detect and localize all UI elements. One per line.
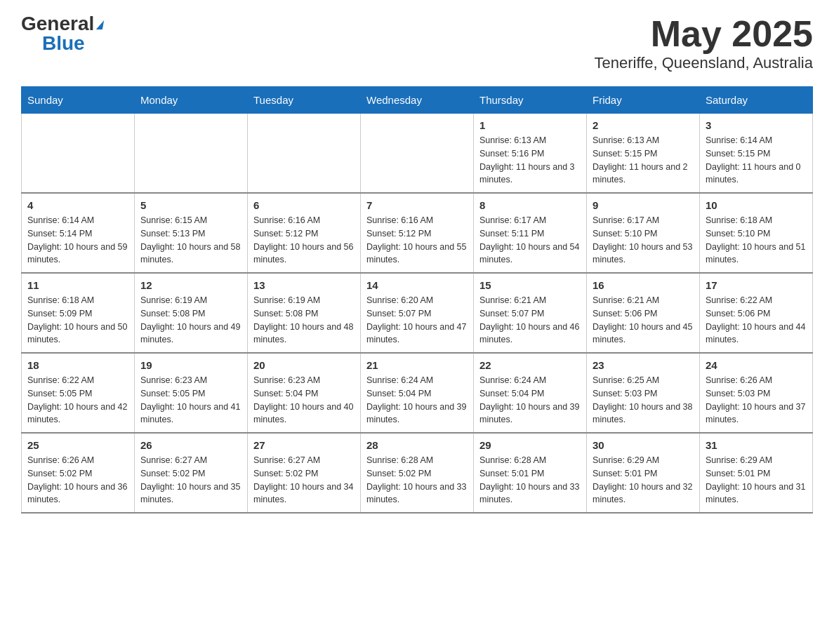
day-number: 13: [253, 279, 355, 291]
day-number: 24: [706, 359, 807, 371]
day-number: 25: [27, 439, 128, 451]
calendar-cell: 14Sunrise: 6:20 AMSunset: 5:07 PMDayligh…: [361, 273, 474, 353]
calendar-week-5: 25Sunrise: 6:26 AMSunset: 5:02 PMDayligh…: [22, 433, 813, 513]
calendar-header-row: SundayMondayTuesdayWednesdayThursdayFrid…: [22, 87, 813, 114]
calendar-cell: 29Sunrise: 6:28 AMSunset: 5:01 PMDayligh…: [474, 433, 587, 513]
day-number: 11: [27, 279, 128, 291]
day-info: Sunrise: 6:29 AMSunset: 5:01 PMDaylight:…: [706, 454, 807, 507]
calendar-cell: 30Sunrise: 6:29 AMSunset: 5:01 PMDayligh…: [587, 433, 700, 513]
day-number: 10: [706, 199, 807, 211]
calendar-header-friday: Friday: [587, 87, 700, 114]
day-info: Sunrise: 6:17 AMSunset: 5:10 PMDaylight:…: [593, 214, 694, 267]
day-number: 14: [366, 279, 468, 291]
page-title: May 2025: [595, 14, 813, 54]
calendar-cell: 17Sunrise: 6:22 AMSunset: 5:06 PMDayligh…: [700, 273, 813, 353]
day-info: Sunrise: 6:26 AMSunset: 5:03 PMDaylight:…: [706, 374, 807, 427]
day-info: Sunrise: 6:13 AMSunset: 5:15 PMDaylight:…: [593, 134, 694, 187]
day-number: 17: [706, 279, 807, 291]
day-info: Sunrise: 6:14 AMSunset: 5:14 PMDaylight:…: [27, 214, 128, 267]
calendar-cell: 26Sunrise: 6:27 AMSunset: 5:02 PMDayligh…: [135, 433, 248, 513]
day-number: 29: [479, 439, 581, 451]
logo-blue-text: Blue: [42, 34, 85, 53]
day-number: 27: [253, 439, 355, 451]
calendar-header-tuesday: Tuesday: [248, 87, 361, 114]
day-info: Sunrise: 6:24 AMSunset: 5:04 PMDaylight:…: [366, 374, 468, 427]
calendar-week-2: 4Sunrise: 6:14 AMSunset: 5:14 PMDaylight…: [22, 193, 813, 273]
day-info: Sunrise: 6:23 AMSunset: 5:05 PMDaylight:…: [140, 374, 241, 427]
day-number: 4: [27, 199, 128, 211]
day-info: Sunrise: 6:27 AMSunset: 5:02 PMDaylight:…: [253, 454, 355, 507]
calendar-cell: 12Sunrise: 6:19 AMSunset: 5:08 PMDayligh…: [135, 273, 248, 353]
day-number: 2: [593, 119, 694, 131]
day-number: 16: [593, 279, 694, 291]
calendar-header-thursday: Thursday: [474, 87, 587, 114]
day-info: Sunrise: 6:16 AMSunset: 5:12 PMDaylight:…: [253, 214, 355, 267]
day-info: Sunrise: 6:22 AMSunset: 5:06 PMDaylight:…: [706, 294, 807, 347]
day-info: Sunrise: 6:18 AMSunset: 5:09 PMDaylight:…: [27, 294, 128, 347]
day-number: 8: [479, 199, 581, 211]
day-number: 31: [706, 439, 807, 451]
day-number: 20: [253, 359, 355, 371]
calendar-cell: 24Sunrise: 6:26 AMSunset: 5:03 PMDayligh…: [700, 353, 813, 433]
calendar-cell: 20Sunrise: 6:23 AMSunset: 5:04 PMDayligh…: [248, 353, 361, 433]
calendar-cell: 6Sunrise: 6:16 AMSunset: 5:12 PMDaylight…: [248, 193, 361, 273]
day-info: Sunrise: 6:18 AMSunset: 5:10 PMDaylight:…: [706, 214, 807, 267]
calendar-header-wednesday: Wednesday: [361, 87, 474, 114]
logo-general-text: General: [21, 14, 94, 34]
calendar-cell: 21Sunrise: 6:24 AMSunset: 5:04 PMDayligh…: [361, 353, 474, 433]
day-info: Sunrise: 6:14 AMSunset: 5:15 PMDaylight:…: [706, 134, 807, 187]
calendar-cell: 13Sunrise: 6:19 AMSunset: 5:08 PMDayligh…: [248, 273, 361, 353]
calendar-cell: 15Sunrise: 6:21 AMSunset: 5:07 PMDayligh…: [474, 273, 587, 353]
calendar-cell: [135, 114, 248, 194]
day-info: Sunrise: 6:19 AMSunset: 5:08 PMDaylight:…: [253, 294, 355, 347]
day-number: 23: [593, 359, 694, 371]
calendar-week-4: 18Sunrise: 6:22 AMSunset: 5:05 PMDayligh…: [22, 353, 813, 433]
day-info: Sunrise: 6:22 AMSunset: 5:05 PMDaylight:…: [27, 374, 128, 427]
logo-triangle-icon: [96, 20, 104, 29]
day-info: Sunrise: 6:20 AMSunset: 5:07 PMDaylight:…: [366, 294, 468, 347]
calendar-cell: 4Sunrise: 6:14 AMSunset: 5:14 PMDaylight…: [22, 193, 135, 273]
logo: General Blue: [21, 14, 103, 53]
day-number: 30: [593, 439, 694, 451]
calendar-cell: 5Sunrise: 6:15 AMSunset: 5:13 PMDaylight…: [135, 193, 248, 273]
calendar-cell: [22, 114, 135, 194]
page-subtitle: Teneriffe, Queensland, Australia: [595, 54, 813, 72]
day-info: Sunrise: 6:21 AMSunset: 5:06 PMDaylight:…: [593, 294, 694, 347]
calendar-cell: 22Sunrise: 6:24 AMSunset: 5:04 PMDayligh…: [474, 353, 587, 433]
calendar-cell: 1Sunrise: 6:13 AMSunset: 5:16 PMDaylight…: [474, 114, 587, 194]
day-info: Sunrise: 6:28 AMSunset: 5:01 PMDaylight:…: [479, 454, 581, 507]
calendar-cell: 3Sunrise: 6:14 AMSunset: 5:15 PMDaylight…: [700, 114, 813, 194]
day-number: 21: [366, 359, 468, 371]
day-number: 15: [479, 279, 581, 291]
day-info: Sunrise: 6:26 AMSunset: 5:02 PMDaylight:…: [27, 454, 128, 507]
calendar-week-3: 11Sunrise: 6:18 AMSunset: 5:09 PMDayligh…: [22, 273, 813, 353]
day-number: 12: [140, 279, 241, 291]
day-number: 3: [706, 119, 807, 131]
calendar-cell: 19Sunrise: 6:23 AMSunset: 5:05 PMDayligh…: [135, 353, 248, 433]
calendar-cell: 27Sunrise: 6:27 AMSunset: 5:02 PMDayligh…: [248, 433, 361, 513]
calendar-header-monday: Monday: [135, 87, 248, 114]
day-info: Sunrise: 6:13 AMSunset: 5:16 PMDaylight:…: [479, 134, 581, 187]
calendar-cell: 23Sunrise: 6:25 AMSunset: 5:03 PMDayligh…: [587, 353, 700, 433]
day-info: Sunrise: 6:16 AMSunset: 5:12 PMDaylight:…: [366, 214, 468, 267]
day-number: 5: [140, 199, 241, 211]
day-info: Sunrise: 6:21 AMSunset: 5:07 PMDaylight:…: [479, 294, 581, 347]
day-number: 26: [140, 439, 241, 451]
calendar-cell: [361, 114, 474, 194]
calendar-cell: 11Sunrise: 6:18 AMSunset: 5:09 PMDayligh…: [22, 273, 135, 353]
calendar-cell: 18Sunrise: 6:22 AMSunset: 5:05 PMDayligh…: [22, 353, 135, 433]
day-info: Sunrise: 6:17 AMSunset: 5:11 PMDaylight:…: [479, 214, 581, 267]
day-number: 18: [27, 359, 128, 371]
day-number: 6: [253, 199, 355, 211]
calendar-header-saturday: Saturday: [700, 87, 813, 114]
calendar-cell: 28Sunrise: 6:28 AMSunset: 5:02 PMDayligh…: [361, 433, 474, 513]
day-number: 19: [140, 359, 241, 371]
day-number: 7: [366, 199, 468, 211]
day-number: 9: [593, 199, 694, 211]
calendar-cell: 10Sunrise: 6:18 AMSunset: 5:10 PMDayligh…: [700, 193, 813, 273]
calendar-cell: 25Sunrise: 6:26 AMSunset: 5:02 PMDayligh…: [22, 433, 135, 513]
calendar-cell: [248, 114, 361, 194]
day-info: Sunrise: 6:27 AMSunset: 5:02 PMDaylight:…: [140, 454, 241, 507]
calendar-cell: 9Sunrise: 6:17 AMSunset: 5:10 PMDaylight…: [587, 193, 700, 273]
calendar-cell: 7Sunrise: 6:16 AMSunset: 5:12 PMDaylight…: [361, 193, 474, 273]
